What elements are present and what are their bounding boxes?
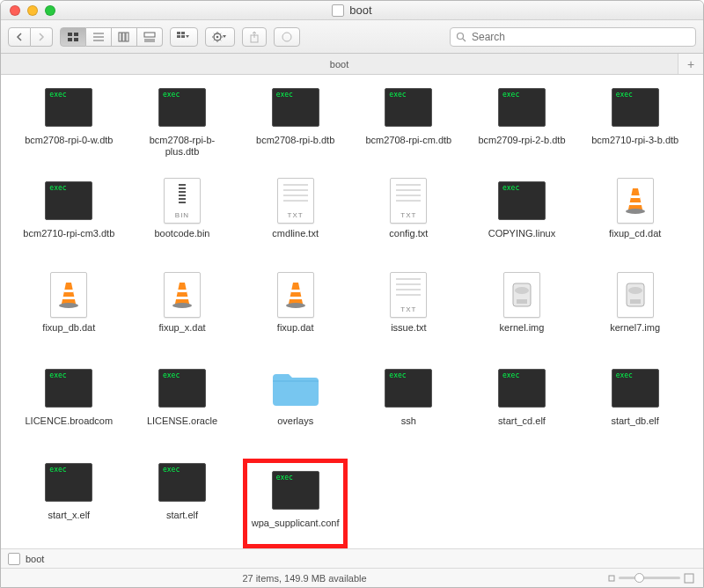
back-button[interactable]: [8, 27, 31, 47]
exec-icon: [385, 88, 432, 127]
finder-window: boot: [0, 0, 704, 588]
file-label: LICENSE.oracle: [147, 415, 217, 438]
action-button[interactable]: [205, 27, 235, 47]
file-item[interactable]: start_x.elf: [17, 459, 121, 548]
file-item[interactable]: start_db.elf: [583, 364, 687, 438]
file-label: kernel.img: [500, 322, 545, 345]
coverflow-view-button[interactable]: [137, 27, 163, 47]
exec-icon: [612, 369, 659, 408]
svg-point-20: [282, 33, 291, 41]
svg-rect-13: [177, 32, 180, 34]
forward-button[interactable]: [31, 27, 53, 47]
exec-icon: [45, 463, 92, 502]
file-label: bcm2710-rpi-3-b.dtb: [591, 135, 678, 158]
search-input[interactable]: [472, 31, 690, 43]
vlc-icon: [277, 272, 314, 318]
slider-track[interactable]: [619, 577, 680, 579]
file-item[interactable]: fixup_cd.dat: [583, 177, 687, 251]
share-button[interactable]: [242, 27, 267, 47]
file-item[interactable]: bcm2708-rpi-cm.dtb: [356, 84, 461, 158]
file-item[interactable]: COPYING.linux: [470, 177, 575, 251]
file-item[interactable]: cmdline.txt: [243, 177, 348, 251]
search-field[interactable]: [450, 27, 696, 47]
tab-boot[interactable]: boot: [1, 54, 678, 74]
file-icon-box: [495, 177, 549, 224]
slider-thumb[interactable]: [634, 573, 644, 583]
svg-rect-1: [74, 33, 78, 36]
file-item[interactable]: bcm2710-rpi-cm3.dtb: [17, 177, 121, 251]
file-item[interactable]: LICENSE.oracle: [130, 364, 235, 438]
file-item[interactable]: start_cd.elf: [470, 364, 575, 438]
exec-icon: [45, 181, 92, 220]
file-label: ssh: [401, 415, 416, 438]
file-label: fixup_cd.dat: [609, 228, 661, 251]
file-icon-box: [608, 177, 663, 224]
file-label: start_cd.elf: [498, 415, 546, 438]
file-item[interactable]: issue.txt: [356, 271, 461, 345]
file-icon-box: [155, 271, 209, 319]
file-label: start_db.elf: [611, 415, 658, 438]
svg-rect-10: [144, 33, 155, 37]
file-item[interactable]: fixup_db.dat: [17, 271, 121, 345]
file-icon-box: [381, 271, 436, 319]
exec-icon: [272, 471, 319, 510]
list-view-button[interactable]: [86, 27, 112, 47]
file-item[interactable]: start.elf: [130, 459, 235, 548]
vlc-icon: [617, 178, 654, 224]
file-icon-box: [381, 177, 436, 224]
file-item[interactable]: config.txt: [356, 177, 461, 251]
folder-icon: [270, 369, 321, 408]
icon-view-button[interactable]: [60, 27, 86, 47]
file-label: issue.txt: [391, 322, 426, 345]
file-item[interactable]: kernel7.img: [583, 271, 687, 345]
disk-image-icon: [503, 272, 540, 318]
volume-icon: [332, 4, 344, 17]
svg-rect-23: [609, 576, 614, 581]
tags-button[interactable]: [274, 27, 300, 47]
svg-point-21: [458, 33, 464, 39]
svg-rect-2: [68, 38, 72, 41]
file-icon-box: [381, 364, 436, 412]
maximize-button[interactable]: [45, 5, 55, 16]
file-grid: bcm2708-rpi-0-w.dtbbcm2708-rpi-b-plus.dt…: [17, 84, 687, 548]
file-item[interactable]: kernel.img: [470, 271, 575, 345]
disk-image-icon: [617, 272, 654, 318]
file-label: bootcode.bin: [154, 228, 209, 251]
file-label: start_x.elf: [48, 510, 90, 533]
exec-icon: [498, 181, 546, 220]
file-item[interactable]: fixup.dat: [243, 271, 348, 345]
column-view-button[interactable]: [112, 27, 137, 47]
file-item[interactable]: bcm2710-rpi-3-b.dtb: [583, 84, 687, 158]
file-item[interactable]: bcm2708-rpi-b-plus.dtb: [130, 84, 235, 158]
txt-icon: [277, 178, 314, 224]
status-text: 27 items, 149.9 MB available: [1, 573, 608, 584]
exec-icon: [498, 88, 546, 127]
file-grid-area[interactable]: bcm2708-rpi-0-w.dtbbcm2708-rpi-b-plus.dt…: [1, 75, 703, 548]
file-item[interactable]: ssh: [356, 364, 461, 438]
file-label: fixup.dat: [277, 322, 314, 345]
icon-size-slider[interactable]: [608, 573, 703, 584]
file-label: start.elf: [166, 510, 198, 533]
svg-rect-3: [74, 38, 78, 41]
file-item[interactable]: wpa_supplicant.conf: [243, 459, 348, 548]
file-item[interactable]: LICENCE.broadcom: [17, 364, 121, 438]
file-item[interactable]: bcm2708-rpi-b.dtb: [243, 84, 348, 158]
minimize-button[interactable]: [27, 5, 38, 16]
file-item[interactable]: overlays: [243, 364, 348, 438]
file-label: COPYING.linux: [488, 228, 555, 251]
new-tab-button[interactable]: +: [678, 54, 703, 74]
file-item[interactable]: fixup_x.dat: [130, 271, 235, 345]
file-item[interactable]: bcm2709-rpi-2-b.dtb: [470, 84, 575, 158]
file-label: bcm2708-rpi-0-w.dtb: [25, 135, 113, 158]
file-item[interactable]: bcm2708-rpi-0-w.dtb: [17, 84, 121, 158]
file-icon-box: [41, 459, 96, 506]
arrange-button[interactable]: [170, 27, 198, 47]
path-segment[interactable]: boot: [26, 554, 44, 564]
svg-rect-16: [181, 35, 185, 38]
close-button[interactable]: [10, 5, 20, 16]
svg-rect-9: [126, 33, 128, 41]
svg-rect-14: [181, 32, 185, 34]
tags-group: [274, 27, 300, 47]
file-item[interactable]: bootcode.bin: [130, 177, 235, 251]
file-icon-box: [41, 177, 96, 224]
